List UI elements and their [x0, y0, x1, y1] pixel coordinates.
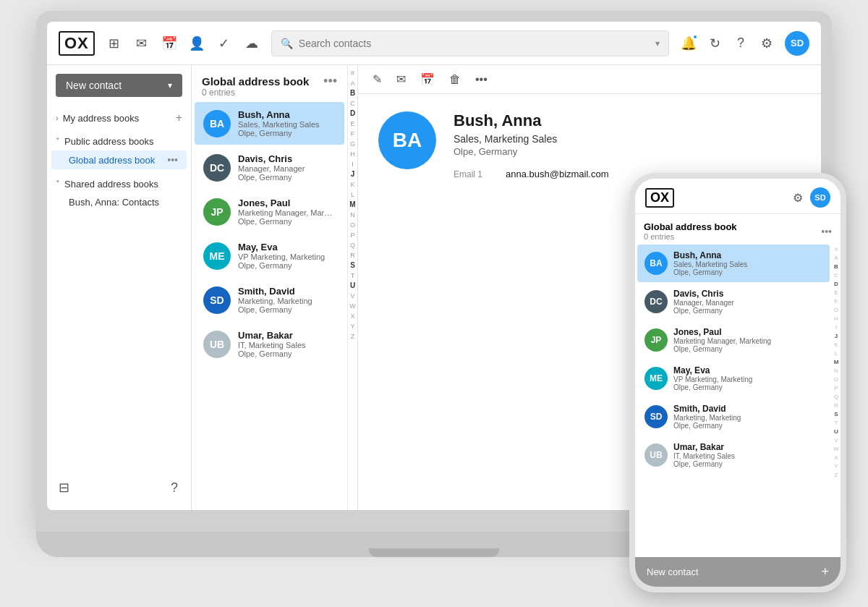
- phone-alpha-letter[interactable]: L: [835, 349, 838, 358]
- alpha-letter[interactable]: B: [350, 88, 355, 98]
- phone-alpha-letter[interactable]: A: [834, 254, 838, 263]
- calendar-nav-icon[interactable]: 📅: [161, 35, 177, 51]
- add-address-book-icon[interactable]: +: [176, 111, 182, 124]
- alpha-letter[interactable]: W: [349, 301, 356, 311]
- user-avatar[interactable]: SD: [785, 31, 809, 56]
- alpha-letter[interactable]: M: [349, 200, 355, 210]
- phone-alpha-letter[interactable]: K: [834, 341, 838, 349]
- alpha-letter[interactable]: X: [350, 311, 354, 321]
- phone-contact-item[interactable]: DC Davis, Chris Manager, Manager Olpe, G…: [637, 283, 830, 321]
- phone-alpha-letter[interactable]: M: [834, 358, 839, 367]
- phone-alpha-letter[interactable]: V: [834, 436, 838, 445]
- phone-contact-item[interactable]: BA Bush, Anna Sales, Marketing Sales Olp…: [637, 245, 830, 282]
- phone-alpha-letter[interactable]: O: [834, 375, 838, 384]
- phone-alpha-letter[interactable]: C: [834, 271, 838, 280]
- phone-alpha-letter[interactable]: Y: [834, 462, 838, 471]
- alpha-letter[interactable]: D: [350, 109, 355, 119]
- bell-icon[interactable]: 🔔: [681, 35, 697, 51]
- new-contact-button[interactable]: New contact ▾: [56, 74, 182, 97]
- calendar-icon[interactable]: 📅: [420, 72, 435, 86]
- alpha-letter[interactable]: R: [350, 250, 355, 260]
- alpha-letter[interactable]: N: [350, 210, 355, 220]
- phone-alpha-letter[interactable]: I: [835, 323, 837, 332]
- contact-item[interactable]: DC Davis, Chris Manager, Manager Olpe, G…: [195, 146, 344, 189]
- sidebar-item-bush-anna-contacts[interactable]: Bush, Anna: Contacts: [51, 193, 187, 211]
- phone-alpha-letter[interactable]: W: [833, 445, 839, 454]
- phone-contact-item[interactable]: UB Umar, Bakar IT, Marketing Sales Olpe,…: [637, 436, 830, 474]
- phone-alpha-letter[interactable]: J: [835, 332, 838, 341]
- phone-new-contact-button[interactable]: New contact: [647, 566, 699, 577]
- sidebar-help-icon[interactable]: ?: [166, 480, 182, 496]
- alpha-letter[interactable]: V: [350, 291, 354, 301]
- alpha-letter[interactable]: Z: [351, 331, 355, 341]
- alpha-letter[interactable]: G: [350, 139, 355, 149]
- public-address-books-header[interactable]: ˅ Public address books: [47, 133, 191, 150]
- contact-item[interactable]: BA Bush, Anna Sales, Marketing Sales Olp…: [195, 102, 344, 145]
- phone-alpha-letter[interactable]: P: [834, 384, 838, 393]
- contact-item[interactable]: SD Smith, David Marketing, Marketing Olp…: [195, 279, 344, 321]
- email-icon[interactable]: ✉: [396, 72, 406, 86]
- alpha-letter[interactable]: L: [351, 190, 354, 200]
- email-nav-icon[interactable]: ✉: [134, 35, 150, 51]
- settings-icon[interactable]: ⚙: [759, 35, 775, 51]
- alpha-letter[interactable]: Q: [350, 240, 355, 250]
- tasks-nav-icon[interactable]: ✓: [216, 35, 232, 51]
- alpha-letter[interactable]: I: [352, 159, 354, 169]
- phone-alpha-letter[interactable]: F: [835, 297, 838, 306]
- grid-icon[interactable]: ⊞: [106, 35, 122, 51]
- search-bar[interactable]: 🔍 ▾: [271, 30, 669, 56]
- alpha-letter[interactable]: H: [350, 149, 355, 159]
- alpha-letter[interactable]: K: [350, 179, 354, 190]
- phone-alpha-letter[interactable]: H: [834, 315, 838, 323]
- alpha-letter[interactable]: F: [351, 129, 355, 139]
- alpha-letter[interactable]: O: [350, 220, 355, 230]
- help-icon[interactable]: ?: [733, 35, 749, 51]
- alpha-letter[interactable]: J: [351, 169, 355, 179]
- search-input[interactable]: [299, 38, 650, 49]
- alpha-letter[interactable]: S: [350, 260, 355, 271]
- phone-more-icon[interactable]: •••: [821, 226, 832, 237]
- phone-alpha-letter[interactable]: S: [834, 410, 838, 419]
- phone-alpha-letter[interactable]: U: [834, 428, 838, 436]
- more-icon[interactable]: •••: [475, 73, 488, 86]
- phone-alpha-letter[interactable]: G: [834, 306, 838, 315]
- contact-item[interactable]: UB Umar, Bakar IT, Marketing Sales Olpe,…: [195, 323, 344, 365]
- phone-user-avatar[interactable]: SD: [810, 187, 830, 208]
- contacts-list-more-icon[interactable]: •••: [323, 74, 337, 89]
- phone-alpha-letter[interactable]: Z: [835, 471, 838, 480]
- delete-icon[interactable]: 🗑: [449, 73, 461, 86]
- phone-alpha-letter[interactable]: X: [834, 454, 838, 462]
- phone-alpha-letter[interactable]: D: [834, 280, 838, 289]
- phone-contact-item[interactable]: SD Smith, David Marketing, Marketing Olp…: [637, 398, 830, 436]
- phone-alpha-letter[interactable]: R: [834, 402, 838, 410]
- phone-alpha-letter[interactable]: T: [835, 419, 838, 428]
- sidebar-panel-icon[interactable]: ⊟: [56, 480, 72, 496]
- alpha-letter[interactable]: C: [350, 98, 355, 109]
- my-address-books-header[interactable]: › My address books +: [47, 109, 191, 127]
- phone-alpha-letter[interactable]: B: [834, 263, 838, 271]
- contact-item[interactable]: JP Jones, Paul Marketing Manager, Market…: [195, 190, 344, 233]
- phone-alpha-letter[interactable]: #: [835, 245, 838, 254]
- alpha-letter[interactable]: #: [351, 68, 354, 78]
- phone-plus-icon[interactable]: +: [821, 564, 829, 580]
- alpha-letter[interactable]: P: [350, 230, 354, 240]
- contact-item[interactable]: ME May, Eva VP Marketing, Marketing Olpe…: [195, 234, 344, 277]
- shared-address-books-header[interactable]: ˅ Shared address books: [47, 176, 191, 192]
- phone-alpha-letter[interactable]: E: [834, 289, 838, 297]
- phone-contact-item[interactable]: ME May, Eva VP Marketing, Marketing Olpe…: [637, 360, 830, 397]
- alpha-letter[interactable]: E: [350, 119, 354, 129]
- edit-icon[interactable]: ✎: [373, 72, 382, 86]
- phone-alpha-letter[interactable]: N: [834, 367, 838, 375]
- contacts-nav-icon[interactable]: 👤: [189, 35, 205, 51]
- alpha-letter[interactable]: A: [350, 78, 354, 88]
- phone-contact-item[interactable]: JP Jones, Paul Marketing Manager, Market…: [637, 321, 830, 359]
- alpha-letter[interactable]: T: [351, 271, 355, 281]
- phone-alpha-letter[interactable]: Q: [834, 393, 838, 402]
- drive-nav-icon[interactable]: ☁: [244, 35, 260, 51]
- global-address-book-dots-icon[interactable]: •••: [167, 154, 178, 166]
- alpha-letter[interactable]: Y: [350, 321, 354, 331]
- sidebar-item-global-address-book[interactable]: Global address book •••: [51, 150, 187, 169]
- phone-settings-icon[interactable]: ⚙: [793, 191, 803, 205]
- alpha-letter[interactable]: U: [350, 281, 355, 291]
- search-chevron-icon[interactable]: ▾: [655, 38, 660, 48]
